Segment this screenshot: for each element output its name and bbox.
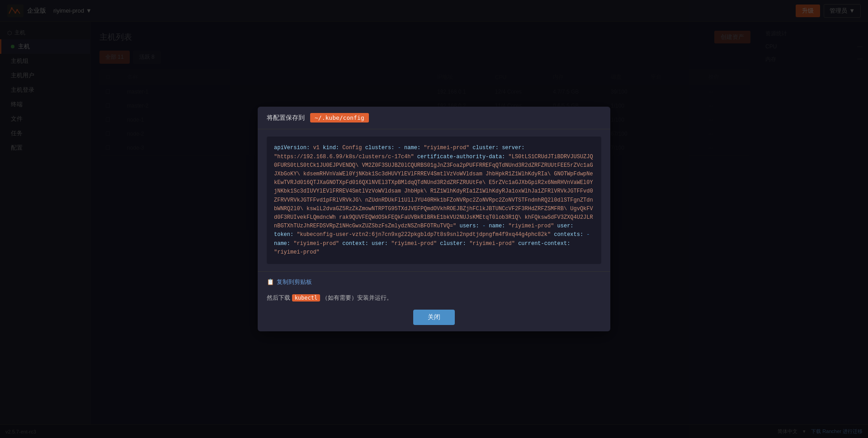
modal-header: 将配置保存到 ~/.kube/config: [258, 107, 610, 129]
kubeconfig-modal: 将配置保存到 ~/.kube/config apiVersion: v1 kin…: [258, 107, 610, 331]
download-text-after: （如有需要）安装并运行。: [322, 294, 392, 301]
kubeconfig-code: apiVersion: v1 kind: Config clusters: - …: [267, 137, 601, 264]
copy-label: 复制到剪贴板: [277, 278, 312, 286]
download-instruction: 然后下载 kubectl （如有需要）安装并运行。: [267, 292, 601, 303]
config-path-badge: ~/.kube/config: [310, 113, 369, 122]
modal-header-text: 将配置保存到: [267, 114, 305, 122]
modal-body: apiVersion: v1 kind: Config clusters: - …: [258, 129, 610, 271]
copy-to-clipboard-button[interactable]: 📋 复制到剪贴板: [267, 278, 601, 286]
copy-icon: 📋: [267, 278, 274, 285]
kubectl-badge: kubectl: [292, 294, 321, 301]
modal-overlay: 将配置保存到 ~/.kube/config apiVersion: v1 kin…: [0, 0, 868, 438]
modal-close-button[interactable]: 关闭: [413, 310, 455, 325]
modal-footer: 📋 复制到剪贴板 然后下载 kubectl （如有需要）安装并运行。 关闭: [258, 271, 610, 331]
download-text-before: 然后下载: [267, 294, 290, 301]
